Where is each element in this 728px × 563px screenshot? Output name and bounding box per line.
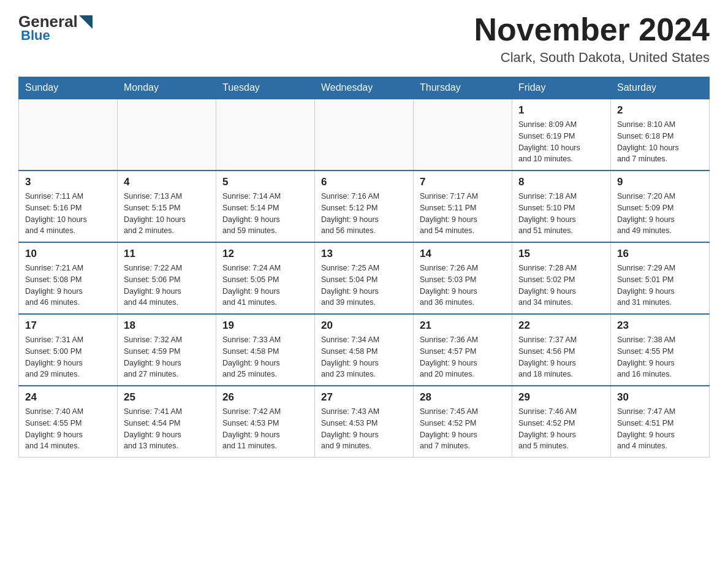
day-number: 18 [124, 320, 210, 332]
title-block: November 2024 Clark, South Dakota, Unite… [474, 12, 710, 66]
day-info: Sunrise: 7:13 AMSunset: 5:15 PMDaylight:… [124, 191, 210, 237]
calendar-cell: 21Sunrise: 7:36 AMSunset: 4:57 PMDayligh… [414, 314, 512, 386]
day-info: Sunrise: 7:33 AMSunset: 4:58 PMDaylight:… [222, 334, 308, 380]
day-info: Sunrise: 7:47 AMSunset: 4:51 PMDaylight:… [617, 406, 703, 452]
day-number: 12 [222, 248, 308, 260]
day-number: 29 [518, 391, 604, 404]
calendar-cell: 17Sunrise: 7:31 AMSunset: 5:00 PMDayligh… [19, 314, 118, 386]
day-info: Sunrise: 8:10 AMSunset: 6:18 PMDaylight:… [617, 119, 703, 165]
calendar-cell [414, 99, 512, 170]
calendar-cell: 24Sunrise: 7:40 AMSunset: 4:55 PMDayligh… [19, 386, 118, 458]
calendar-cell: 30Sunrise: 7:47 AMSunset: 4:51 PMDayligh… [611, 386, 710, 458]
calendar-cell: 29Sunrise: 7:46 AMSunset: 4:52 PMDayligh… [512, 386, 611, 458]
calendar-cell: 13Sunrise: 7:25 AMSunset: 5:04 PMDayligh… [315, 242, 414, 314]
calendar-day-header: Sunday [19, 77, 118, 99]
day-number: 28 [420, 391, 506, 404]
calendar-day-header: Friday [512, 77, 611, 99]
calendar-cell: 5Sunrise: 7:14 AMSunset: 5:14 PMDaylight… [216, 170, 315, 242]
day-info: Sunrise: 7:40 AMSunset: 4:55 PMDaylight:… [25, 406, 111, 452]
day-number: 21 [420, 320, 506, 332]
day-number: 24 [25, 391, 111, 404]
calendar-cell [118, 99, 216, 170]
day-number: 27 [321, 391, 407, 404]
calendar-cell: 4Sunrise: 7:13 AMSunset: 5:15 PMDaylight… [118, 170, 216, 242]
page-header: General Blue November 2024 Clark, South … [18, 12, 710, 66]
day-number: 20 [321, 320, 407, 332]
day-number: 17 [25, 320, 111, 332]
day-info: Sunrise: 7:36 AMSunset: 4:57 PMDaylight:… [420, 334, 506, 380]
calendar-cell: 27Sunrise: 7:43 AMSunset: 4:53 PMDayligh… [315, 386, 414, 458]
day-info: Sunrise: 7:29 AMSunset: 5:01 PMDaylight:… [617, 262, 703, 308]
calendar-cell [19, 99, 118, 170]
calendar-cell: 16Sunrise: 7:29 AMSunset: 5:01 PMDayligh… [611, 242, 710, 314]
calendar-day-header: Wednesday [315, 77, 414, 99]
day-number: 16 [617, 248, 703, 260]
day-number: 13 [321, 248, 407, 260]
day-number: 4 [124, 176, 210, 188]
day-number: 14 [420, 248, 506, 260]
day-number: 9 [617, 176, 703, 188]
calendar-cell: 3Sunrise: 7:11 AMSunset: 5:16 PMDaylight… [19, 170, 118, 242]
day-number: 26 [222, 391, 308, 404]
day-info: Sunrise: 7:31 AMSunset: 5:00 PMDaylight:… [25, 334, 111, 380]
svg-marker-0 [79, 15, 93, 29]
day-info: Sunrise: 7:20 AMSunset: 5:09 PMDaylight:… [617, 191, 703, 237]
calendar-cell [216, 99, 315, 170]
day-info: Sunrise: 7:41 AMSunset: 4:54 PMDaylight:… [124, 406, 210, 452]
calendar-cell: 25Sunrise: 7:41 AMSunset: 4:54 PMDayligh… [118, 386, 216, 458]
calendar-cell: 15Sunrise: 7:28 AMSunset: 5:02 PMDayligh… [512, 242, 611, 314]
calendar-cell: 18Sunrise: 7:32 AMSunset: 4:59 PMDayligh… [118, 314, 216, 386]
day-number: 3 [25, 176, 111, 188]
day-number: 10 [25, 248, 111, 260]
calendar-week-row: 10Sunrise: 7:21 AMSunset: 5:08 PMDayligh… [19, 242, 710, 314]
calendar-cell: 14Sunrise: 7:26 AMSunset: 5:03 PMDayligh… [414, 242, 512, 314]
calendar-day-header: Thursday [414, 77, 512, 99]
calendar-day-header: Saturday [611, 77, 710, 99]
day-number: 6 [321, 176, 407, 188]
day-info: Sunrise: 7:43 AMSunset: 4:53 PMDaylight:… [321, 406, 407, 452]
day-info: Sunrise: 7:28 AMSunset: 5:02 PMDaylight:… [518, 262, 604, 308]
day-number: 1 [518, 104, 604, 117]
day-info: Sunrise: 7:32 AMSunset: 4:59 PMDaylight:… [124, 334, 210, 380]
day-info: Sunrise: 7:22 AMSunset: 5:06 PMDaylight:… [124, 262, 210, 308]
day-info: Sunrise: 7:34 AMSunset: 4:58 PMDaylight:… [321, 334, 407, 380]
calendar-day-header: Tuesday [216, 77, 315, 99]
calendar-cell: 9Sunrise: 7:20 AMSunset: 5:09 PMDaylight… [611, 170, 710, 242]
calendar-header-row: SundayMondayTuesdayWednesdayThursdayFrid… [19, 77, 710, 99]
day-number: 11 [124, 248, 210, 260]
day-info: Sunrise: 7:18 AMSunset: 5:10 PMDaylight:… [518, 191, 604, 237]
day-number: 15 [518, 248, 604, 260]
calendar-week-row: 24Sunrise: 7:40 AMSunset: 4:55 PMDayligh… [19, 386, 710, 458]
day-info: Sunrise: 8:09 AMSunset: 6:19 PMDaylight:… [518, 119, 604, 165]
calendar-cell: 1Sunrise: 8:09 AMSunset: 6:19 PMDaylight… [512, 99, 611, 170]
day-number: 7 [420, 176, 506, 188]
calendar-week-row: 3Sunrise: 7:11 AMSunset: 5:16 PMDaylight… [19, 170, 710, 242]
calendar-cell: 22Sunrise: 7:37 AMSunset: 4:56 PMDayligh… [512, 314, 611, 386]
calendar-cell: 11Sunrise: 7:22 AMSunset: 5:06 PMDayligh… [118, 242, 216, 314]
logo: General Blue [18, 12, 94, 44]
day-info: Sunrise: 7:17 AMSunset: 5:11 PMDaylight:… [420, 191, 506, 237]
day-info: Sunrise: 7:25 AMSunset: 5:04 PMDaylight:… [321, 262, 407, 308]
day-info: Sunrise: 7:24 AMSunset: 5:05 PMDaylight:… [222, 262, 308, 308]
day-info: Sunrise: 7:26 AMSunset: 5:03 PMDaylight:… [420, 262, 506, 308]
calendar-cell: 6Sunrise: 7:16 AMSunset: 5:12 PMDaylight… [315, 170, 414, 242]
day-number: 23 [617, 320, 703, 332]
logo-triangle-icon [79, 15, 93, 29]
calendar-cell: 19Sunrise: 7:33 AMSunset: 4:58 PMDayligh… [216, 314, 315, 386]
day-info: Sunrise: 7:46 AMSunset: 4:52 PMDaylight:… [518, 406, 604, 452]
calendar-cell: 20Sunrise: 7:34 AMSunset: 4:58 PMDayligh… [315, 314, 414, 386]
day-number: 25 [124, 391, 210, 404]
calendar-cell: 7Sunrise: 7:17 AMSunset: 5:11 PMDaylight… [414, 170, 512, 242]
calendar-cell [315, 99, 414, 170]
day-number: 8 [518, 176, 604, 188]
calendar-week-row: 1Sunrise: 8:09 AMSunset: 6:19 PMDaylight… [19, 99, 710, 170]
calendar-cell: 2Sunrise: 8:10 AMSunset: 6:18 PMDaylight… [611, 99, 710, 170]
day-info: Sunrise: 7:11 AMSunset: 5:16 PMDaylight:… [25, 191, 111, 237]
calendar-week-row: 17Sunrise: 7:31 AMSunset: 5:00 PMDayligh… [19, 314, 710, 386]
calendar-table: SundayMondayTuesdayWednesdayThursdayFrid… [18, 77, 710, 458]
calendar-cell: 26Sunrise: 7:42 AMSunset: 4:53 PMDayligh… [216, 386, 315, 458]
day-info: Sunrise: 7:42 AMSunset: 4:53 PMDaylight:… [222, 406, 308, 452]
calendar-day-header: Monday [118, 77, 216, 99]
page-subtitle: Clark, South Dakota, United States [474, 50, 710, 66]
calendar-cell: 8Sunrise: 7:18 AMSunset: 5:10 PMDaylight… [512, 170, 611, 242]
